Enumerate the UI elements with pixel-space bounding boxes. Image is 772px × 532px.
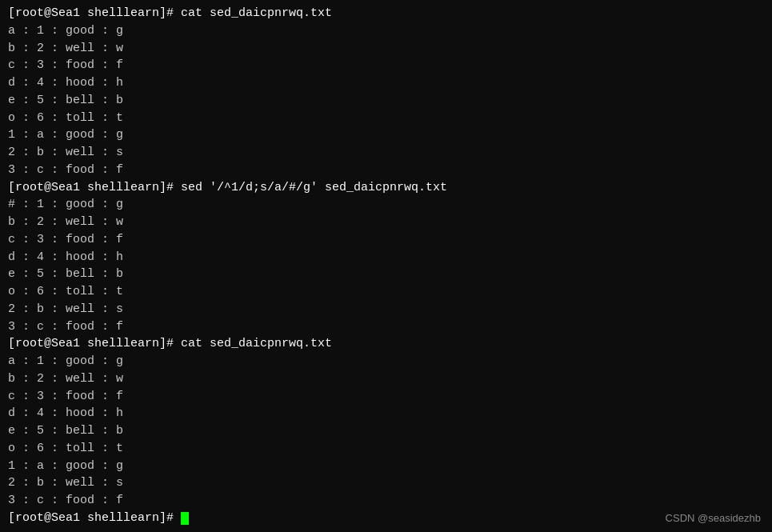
terminal-line: c : 3 : food : f [8, 231, 764, 249]
terminal-line: b : 2 : well : w [8, 40, 764, 58]
terminal-line: [root@Sea1 shelllearn]# cat sed_daicpnrw… [8, 335, 764, 353]
terminal-line: b : 2 : well : w [8, 370, 764, 388]
terminal-line: 2 : b : well : s [8, 144, 764, 162]
terminal-line: c : 3 : food : f [8, 57, 764, 74]
watermark: CSDN @seasidezhb [666, 512, 761, 524]
terminal-line: e : 5 : bell : b [8, 266, 764, 283]
terminal-line: a : 1 : good : g [8, 353, 764, 370]
terminal-line: 3 : c : food : f [8, 492, 764, 510]
terminal-line: e : 5 : bell : b [8, 92, 764, 110]
terminal-line: [root@Sea1 shelllearn]# [8, 510, 764, 527]
terminal-line: [root@Sea1 shelllearn]# sed '/^1/d;s/a/#… [8, 179, 764, 197]
terminal-content: [root@Sea1 shelllearn]# cat sed_daicpnrw… [8, 5, 764, 527]
terminal-line: c : 3 : food : f [8, 388, 764, 406]
terminal-line: b : 2 : well : w [8, 214, 764, 231]
terminal-cursor [181, 512, 189, 525]
terminal-line: d : 4 : hood : h [8, 405, 764, 422]
terminal-line: e : 5 : bell : b [8, 422, 764, 440]
terminal-line: 1 : a : good : g [8, 458, 764, 475]
terminal-line: [root@Sea1 shelllearn]# cat sed_daicpnrw… [8, 5, 764, 22]
terminal-line: # : 1 : good : g [8, 196, 764, 214]
terminal-line: o : 6 : toll : t [8, 283, 764, 301]
terminal-line: 3 : c : food : f [8, 318, 764, 336]
terminal-line: d : 4 : hood : h [8, 74, 764, 92]
terminal-line: 2 : b : well : s [8, 301, 764, 318]
terminal-window: [root@Sea1 shelllearn]# cat sed_daicpnrw… [0, 0, 772, 532]
terminal-line: 3 : c : food : f [8, 162, 764, 179]
terminal-line: o : 6 : toll : t [8, 110, 764, 127]
terminal-line: d : 4 : hood : h [8, 249, 764, 266]
terminal-line: 1 : a : good : g [8, 126, 764, 144]
terminal-line: o : 6 : toll : t [8, 440, 764, 458]
terminal-line: a : 1 : good : g [8, 22, 764, 40]
terminal-line: 2 : b : well : s [8, 474, 764, 492]
